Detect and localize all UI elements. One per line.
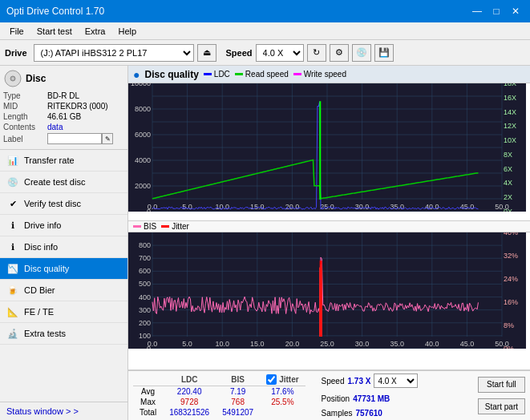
legend-ldc: LDC	[204, 70, 230, 79]
legend-bis-label: BIS	[144, 222, 156, 231]
drive-select[interactable]: (J:) ATAPI iHBS312 2 PL17	[34, 44, 194, 62]
sidebar-item-verify-test-disc[interactable]: ✔ Verify test disc	[0, 193, 127, 215]
samples-row: Samples 757610	[322, 409, 419, 418]
avg-ldc: 220.40	[163, 386, 216, 398]
disc-section-label: Disc	[26, 73, 46, 84]
config-button[interactable]: ⚙	[330, 44, 349, 62]
samples-value: 757610	[355, 409, 382, 418]
upper-chart	[128, 83, 526, 212]
extra-tests-icon: 🔬	[6, 327, 19, 340]
length-label: Length	[3, 112, 47, 121]
menu-extra[interactable]: Extra	[79, 25, 112, 38]
col-header-jitter-check: Jitter	[260, 374, 305, 386]
position-value: 47731 MB	[353, 394, 390, 403]
speed-label: Speed	[226, 48, 253, 58]
verify-test-icon: ✔	[6, 197, 19, 210]
eject-button[interactable]: ⏏	[197, 44, 216, 62]
stats-speed-area: Speed 1.73 X 4.0 X 2.0 X 8.0 X Position …	[322, 374, 419, 418]
sidebar-item-fe-te[interactable]: 📐 FE / TE	[0, 301, 127, 323]
contents-value: data	[47, 123, 63, 131]
avg-jitter: 17.6%	[260, 386, 305, 398]
nav-items: 📊 Transfer rate 💿 Create test disc ✔ Ver…	[0, 150, 127, 402]
sidebar-item-label: Create test disc	[24, 177, 85, 187]
chart-title: Disc quality	[144, 69, 198, 80]
drive-info-icon: ℹ	[6, 219, 19, 232]
maximize-button[interactable]: □	[488, 4, 504, 18]
media-button[interactable]: 💿	[352, 44, 371, 62]
label-edit-button[interactable]: ✎	[102, 133, 113, 144]
sidebar-item-extra-tests[interactable]: 🔬 Extra tests	[0, 323, 127, 345]
menu-file[interactable]: File	[3, 25, 30, 38]
legend-write-label: Write speed	[304, 70, 346, 79]
menu-start-test[interactable]: Start test	[30, 25, 79, 38]
disc-info-icon: ℹ	[6, 240, 19, 253]
row-label-total: Total	[133, 407, 163, 418]
max-jitter: 25.5%	[260, 397, 305, 407]
status-window-button[interactable]: Status window > >	[0, 402, 127, 420]
upper-chart-container	[128, 83, 530, 221]
sidebar-item-label: FE / TE	[24, 307, 54, 317]
row-label-max: Max	[133, 397, 163, 407]
sidebar-item-create-test-disc[interactable]: 💿 Create test disc	[0, 172, 127, 193]
speed-current-value: 1.73 X	[348, 377, 371, 386]
col-header-empty	[133, 374, 163, 386]
start-part-button[interactable]: Start part	[478, 398, 525, 414]
sidebar-item-drive-info[interactable]: ℹ Drive info	[0, 215, 127, 236]
charts-area: BIS Jitter	[128, 83, 530, 370]
toolbar: Drive (J:) ATAPI iHBS312 2 PL17 ⏏ Speed …	[0, 40, 530, 66]
svg-point-2	[12, 78, 14, 80]
contents-label: Contents	[3, 123, 47, 131]
menu-bar: File Start test Extra Help	[0, 22, 530, 40]
legend-ldc-label: LDC	[214, 70, 230, 79]
position-row: Position 47731 MB	[322, 394, 419, 403]
sidebar-item-disc-quality[interactable]: 📉 Disc quality	[0, 258, 127, 280]
save-button[interactable]: 💾	[374, 44, 394, 62]
jitter-checkbox[interactable]	[266, 374, 277, 385]
sidebar-item-label: Drive info	[24, 220, 61, 230]
stats-row-max: Max 9728 768 25.5%	[133, 397, 305, 407]
sidebar-item-disc-info[interactable]: ℹ Disc info	[0, 236, 127, 258]
speed-info-row: Speed 1.73 X 4.0 X 2.0 X 8.0 X	[322, 374, 419, 388]
col-header-bis: BIS	[216, 374, 260, 386]
disc-icon	[3, 69, 22, 88]
window-controls: — □ ✕	[469, 4, 524, 18]
start-full-button[interactable]: Start full	[478, 377, 525, 393]
sidebar-item-transfer-rate[interactable]: 📊 Transfer rate	[0, 150, 127, 172]
menu-help[interactable]: Help	[111, 25, 143, 38]
speed-label-static: Speed	[322, 377, 345, 386]
title-bar: Opti Drive Control 1.70 — □ ✕	[0, 0, 530, 22]
sidebar-item-cd-bier[interactable]: 🍺 CD Bier	[0, 280, 127, 301]
sidebar-item-label: CD Bier	[24, 285, 55, 295]
stats-area: LDC BIS Jitter Avg 220.40	[128, 370, 530, 420]
sidebar-item-label: Transfer rate	[24, 155, 75, 165]
mid-label: MID	[3, 102, 47, 111]
minimize-button[interactable]: —	[469, 4, 485, 18]
type-value: BD-R DL	[47, 91, 79, 100]
sidebar-item-label: Disc info	[24, 242, 58, 252]
transfer-rate-icon: 📊	[6, 154, 19, 167]
refresh-button[interactable]: ↻	[307, 44, 326, 62]
stats-speed-select[interactable]: 4.0 X 2.0 X 8.0 X	[374, 374, 418, 388]
legend-read-speed: Read speed	[235, 70, 289, 79]
stats-table: LDC BIS Jitter Avg 220.40	[133, 374, 305, 418]
legend-jitter: Jitter	[161, 222, 189, 231]
type-label: Type	[3, 91, 47, 100]
speed-select[interactable]: 4.0 X 1.0 X 2.0 X 6.0 X 8.0 X	[256, 44, 304, 62]
total-jitter	[260, 407, 305, 418]
drive-label: Drive	[5, 48, 27, 58]
legend-read-label: Read speed	[245, 70, 289, 79]
sidebar: Disc Type BD-R DL MID RITEKDR3 (000) Len…	[0, 66, 128, 420]
stats-row-avg: Avg 220.40 7.19 17.6%	[133, 386, 305, 398]
sidebar-item-label: Verify test disc	[24, 199, 81, 208]
jitter-label: Jitter	[279, 375, 298, 384]
legend-jitter-label: Jitter	[172, 222, 189, 231]
avg-bis: 7.19	[216, 386, 260, 398]
label-input[interactable]	[47, 133, 102, 144]
length-value: 46.61 GB	[47, 112, 81, 121]
disc-quality-icon: 📉	[6, 262, 19, 275]
close-button[interactable]: ✕	[508, 4, 524, 18]
create-test-icon: 💿	[6, 176, 19, 188]
main-layout: Disc Type BD-R DL MID RITEKDR3 (000) Len…	[0, 66, 530, 420]
position-label: Position	[322, 394, 350, 403]
max-bis: 768	[216, 397, 260, 407]
